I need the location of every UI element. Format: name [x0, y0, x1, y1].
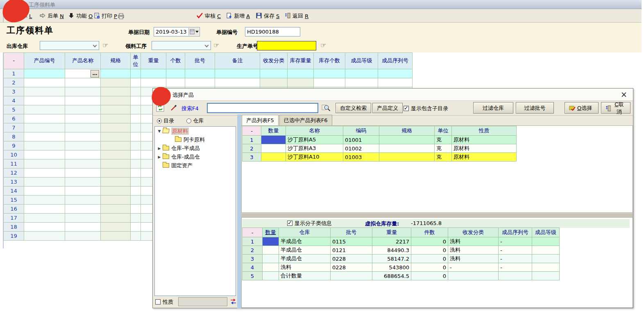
main-grid-cell[interactable]	[65, 214, 101, 223]
inventory-cell[interactable]	[448, 272, 499, 280]
inventory-header[interactable]: 数量	[263, 228, 279, 237]
main-grid-cell[interactable]	[101, 96, 131, 105]
main-grid-cell[interactable]	[65, 141, 101, 150]
main-grid-header[interactable]: 库存重量	[288, 53, 314, 69]
tree-item-label[interactable]: 仓库-成品仓	[171, 153, 200, 161]
process-select[interactable]	[152, 41, 211, 50]
inventory-cell[interactable]: 0	[411, 263, 448, 272]
row-number[interactable]: 19	[4, 232, 24, 241]
inventory-cell[interactable]: 洗料	[448, 246, 499, 255]
custom-search-button[interactable]: 自定义检索	[336, 103, 371, 113]
main-grid-cell[interactable]	[24, 205, 65, 214]
inventory-cell[interactable]: 洗料	[279, 263, 331, 272]
product-table-header[interactable]: -	[243, 126, 261, 136]
inventory-cell[interactable]: 84490.3	[372, 246, 411, 255]
main-grid-cell[interactable]	[185, 78, 215, 87]
row-number[interactable]: 2	[243, 246, 263, 255]
main-grid-cell[interactable]	[24, 96, 65, 105]
inventory-cell[interactable]	[263, 246, 279, 255]
main-grid-cell[interactable]	[101, 87, 131, 96]
inventory-cell[interactable]: 58147.2	[372, 255, 411, 263]
row-number[interactable]: 18	[4, 223, 24, 232]
tree-item-label[interactable]: 阿卡原料	[184, 136, 205, 143]
main-grid-cell[interactable]	[101, 205, 131, 214]
row-number[interactable]: 12	[4, 168, 24, 177]
inventory-row[interactable]: 1半成品仓011522170洗料-	[243, 237, 560, 246]
inventory-cell[interactable]: 2217	[372, 237, 411, 246]
inventory-header[interactable]: 批号	[331, 228, 372, 237]
main-grid-cell[interactable]	[141, 78, 166, 87]
main-grid-cell[interactable]	[131, 141, 141, 150]
inventory-cell[interactable]	[532, 272, 560, 280]
inventory-cell[interactable]: 合计数量	[279, 272, 331, 280]
main-grid-cell[interactable]	[24, 141, 65, 150]
main-grid-cell[interactable]	[24, 87, 65, 96]
print-button[interactable]: 打印P	[93, 11, 117, 20]
product-table-header[interactable]: 数量	[261, 126, 286, 136]
main-grid-header[interactable]: 重量	[141, 53, 166, 69]
nature-select[interactable]	[178, 297, 227, 306]
main-grid-cell[interactable]	[101, 196, 131, 205]
row-number[interactable]: 5	[4, 105, 24, 114]
main-grid-cell[interactable]	[24, 177, 65, 187]
main-grid-row[interactable]: 1…	[4, 69, 413, 78]
main-grid-cell[interactable]	[101, 159, 131, 168]
main-grid-cell[interactable]	[65, 78, 101, 87]
main-grid-cell[interactable]	[131, 223, 141, 232]
tree-item[interactable]: 固定资产	[155, 161, 236, 170]
row-number[interactable]: 5	[243, 272, 263, 280]
main-grid-cell[interactable]	[260, 78, 288, 87]
product-cell[interactable]	[261, 136, 286, 144]
search-go-icon[interactable]	[322, 104, 331, 113]
inventory-cell[interactable]: 半成品仓	[279, 237, 331, 246]
inventory-cell[interactable]	[263, 263, 279, 272]
product-cell[interactable]: 沙丁原料A5	[286, 136, 343, 144]
main-grid-header[interactable]: 个数	[166, 53, 185, 69]
radio-warehouse[interactable]: 仓库	[186, 118, 214, 124]
inventory-cell[interactable]: 0	[411, 246, 448, 255]
edit-wand-icon[interactable]	[170, 105, 177, 112]
main-grid-cell[interactable]	[101, 132, 131, 141]
tree-expand-icon[interactable]: ▼	[156, 129, 162, 133]
cancel-button[interactable]: C取消	[601, 102, 630, 114]
main-grid-cell[interactable]	[65, 196, 101, 205]
main-grid-cell[interactable]	[131, 232, 141, 241]
tree-item[interactable]: ▶仓库-成品仓	[155, 152, 236, 161]
product-cell[interactable]	[261, 144, 286, 153]
tree-item-label[interactable]: 固定资产	[171, 162, 193, 169]
product-table-header[interactable]: 单位	[435, 126, 452, 136]
main-grid-cell[interactable]	[166, 69, 185, 78]
inventory-header[interactable]: 成品序列号	[499, 228, 532, 237]
inventory-header[interactable]: 件数	[411, 228, 448, 237]
main-grid-cell[interactable]	[131, 78, 141, 87]
audit-button[interactable]: 审核C	[196, 11, 221, 20]
row-number[interactable]: 1	[4, 69, 24, 78]
main-grid-header[interactable]: 规格	[101, 53, 131, 69]
inventory-row[interactable]: 3半成品仓022858147.20洗料-	[243, 255, 560, 263]
inventory-cell[interactable]: 0	[411, 237, 448, 246]
inventory-header[interactable]: -	[243, 228, 263, 237]
main-grid-cell[interactable]	[131, 177, 141, 187]
row-number[interactable]: 2	[4, 78, 24, 87]
product-cell[interactable]	[379, 153, 435, 162]
main-grid-cell[interactable]	[24, 196, 65, 205]
main-grid-header[interactable]: 成品序列号	[378, 53, 413, 69]
main-grid-header[interactable]: 库存个数	[314, 53, 345, 69]
row-number[interactable]: 9	[4, 141, 24, 150]
select-confirm-button[interactable]: O选择	[565, 102, 599, 114]
main-grid-cell[interactable]	[131, 196, 141, 205]
show-detail-checkbox[interactable]: 显示分子类信息	[287, 220, 332, 227]
main-grid-cell[interactable]: …	[65, 69, 101, 78]
main-grid-header[interactable]: 批号	[185, 53, 215, 69]
main-grid-cell[interactable]	[65, 232, 101, 241]
main-grid-cell[interactable]	[131, 123, 141, 132]
main-grid-cell[interactable]	[215, 78, 260, 87]
main-grid-cell[interactable]	[24, 132, 65, 141]
save-button[interactable]: 保存S	[256, 11, 279, 20]
tree-expand-icon[interactable]: ▶	[156, 155, 162, 159]
inventory-cell[interactable]	[532, 237, 560, 246]
row-number[interactable]: 3	[243, 153, 261, 162]
main-grid-header[interactable]: 产品编号	[24, 53, 65, 69]
product-cell[interactable]: 01001	[343, 136, 379, 144]
inventory-cell[interactable]: 半成品仓	[279, 255, 331, 263]
